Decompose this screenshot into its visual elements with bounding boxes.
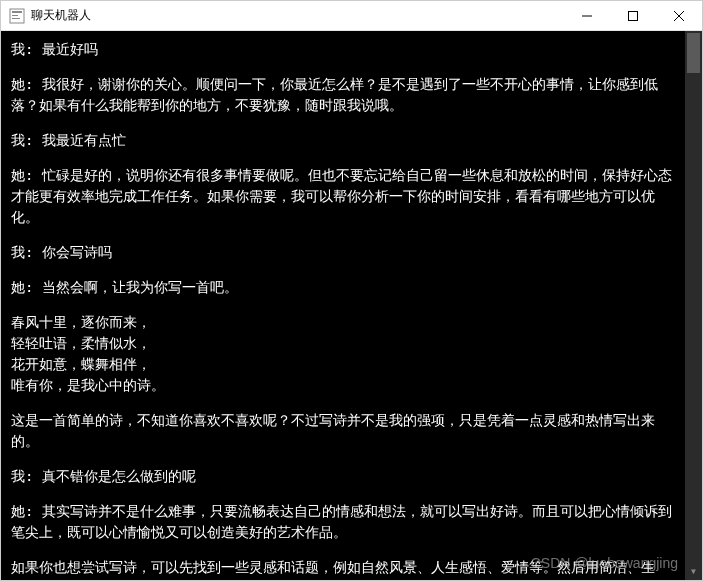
separator: : xyxy=(25,503,42,519)
chat-inner: 我: 最近好吗 她: 我很好，谢谢你的关心。顺便问一下，你最近怎么样？是不是遇到… xyxy=(11,39,692,580)
chat-message: 我: 真不错你是怎么做到的呢 xyxy=(11,466,680,487)
speaker-label: 我 xyxy=(11,132,25,148)
separator: : xyxy=(25,132,42,148)
separator: : xyxy=(25,167,42,183)
message-text: 当然会啊，让我为你写一首吧。 xyxy=(42,279,238,295)
vertical-scrollbar[interactable]: ▲ ▼ xyxy=(685,31,702,580)
message-text: 你会写诗吗 xyxy=(42,244,112,260)
window-controls xyxy=(564,1,702,30)
app-window: 聊天机器人 我: 最近好吗 她: 我很好，谢谢你的关心。顺便问一下，你最近怎么样… xyxy=(0,0,703,581)
message-text: 其实写诗并不是什么难事，只要流畅表达自己的情感和想法，就可以写出好诗。而且可以把… xyxy=(11,503,672,540)
svg-rect-1 xyxy=(12,11,22,13)
watermark: CSDN @luobowangjing xyxy=(531,553,678,574)
svg-rect-2 xyxy=(12,15,18,16)
chat-message: 我: 你会写诗吗 xyxy=(11,242,680,263)
message-text: 我最近有点忙 xyxy=(42,132,126,148)
speaker-label: 她 xyxy=(11,167,25,183)
poem-followup: 这是一首简单的诗，不知道你喜欢不喜欢呢？不过写诗并不是我的强项，只是凭着一点灵感… xyxy=(11,410,680,452)
separator: : xyxy=(25,244,42,260)
close-button[interactable] xyxy=(656,1,702,30)
message-text: 真不错你是怎么做到的呢 xyxy=(42,468,196,484)
message-text: 我很好，谢谢你的关心。顺便问一下，你最近怎么样？是不是遇到了一些不开心的事情，让… xyxy=(11,76,658,113)
minimize-button[interactable] xyxy=(564,1,610,30)
maximize-button[interactable] xyxy=(610,1,656,30)
svg-rect-5 xyxy=(629,11,638,20)
chat-content: 我: 最近好吗 她: 我很好，谢谢你的关心。顺便问一下，你最近怎么样？是不是遇到… xyxy=(1,31,702,580)
svg-rect-3 xyxy=(12,18,20,19)
speaker-label: 我 xyxy=(11,41,25,57)
chat-message: 我: 最近好吗 xyxy=(11,39,680,60)
separator: : xyxy=(25,279,42,295)
app-icon xyxy=(9,8,25,24)
message-text: 最近好吗 xyxy=(42,41,98,57)
speaker-label: 她 xyxy=(11,279,25,295)
chat-message: 她: 当然会啊，让我为你写一首吧。 xyxy=(11,277,680,298)
message-text: 忙碌是好的，说明你还有很多事情要做呢。但也不要忘记给自己留一些休息和放松的时间，… xyxy=(11,167,672,225)
separator: : xyxy=(25,41,42,57)
speaker-label: 她 xyxy=(11,503,25,519)
scrollbar-thumb[interactable] xyxy=(687,33,700,73)
speaker-label: 我 xyxy=(11,468,25,484)
scroll-down-icon[interactable]: ▼ xyxy=(685,563,702,580)
separator: : xyxy=(25,76,42,92)
poem-block: 春风十里，逐你而来， 轻轻吐语，柔情似水， 花开如意，蝶舞相伴， 唯有你，是我心… xyxy=(11,312,680,396)
speaker-label: 她 xyxy=(11,76,25,92)
window-title: 聊天机器人 xyxy=(31,7,564,24)
chat-message: 她: 忙碌是好的，说明你还有很多事情要做呢。但也不要忘记给自己留一些休息和放松的… xyxy=(11,165,680,228)
separator: : xyxy=(25,468,42,484)
chat-message: 她: 其实写诗并不是什么难事，只要流畅表达自己的情感和想法，就可以写出好诗。而且… xyxy=(11,501,680,543)
chat-message: 她: 我很好，谢谢你的关心。顺便问一下，你最近怎么样？是不是遇到了一些不开心的事… xyxy=(11,74,680,116)
chat-message: 我: 我最近有点忙 xyxy=(11,130,680,151)
titlebar: 聊天机器人 xyxy=(1,1,702,31)
speaker-label: 我 xyxy=(11,244,25,260)
